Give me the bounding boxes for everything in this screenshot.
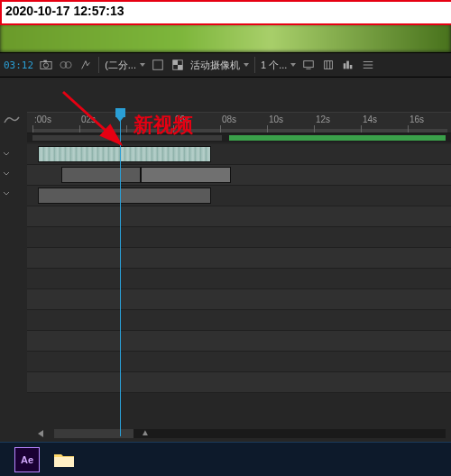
svg-point-1	[44, 63, 49, 68]
zoom-handle[interactable]	[54, 429, 133, 438]
annotation-arrow	[54, 87, 135, 155]
row-expand-chevron[interactable]	[2, 144, 11, 164]
track-row[interactable]	[27, 186, 451, 206]
current-time-display[interactable]: 03:12	[4, 60, 33, 71]
exposure-icon[interactable]	[78, 58, 93, 72]
track-row-empty[interactable]	[27, 227, 451, 248]
composition-preview-strip	[0, 23, 451, 52]
svg-rect-11	[344, 63, 346, 69]
chevron-down-icon	[290, 63, 296, 67]
ruler-tick-label: 16s	[410, 114, 424, 124]
transparency-grid-icon[interactable]	[170, 58, 185, 72]
taskbar-app-aftereffects[interactable]: Ae	[14, 447, 40, 472]
taskbar-app-explorer[interactable]	[52, 450, 76, 470]
track-row-empty[interactable]	[27, 331, 451, 352]
track-row-empty[interactable]	[27, 372, 451, 393]
active-camera-dropdown[interactable]: 活动摄像机	[190, 59, 249, 72]
separator	[254, 57, 255, 73]
svg-rect-2	[44, 60, 48, 62]
track-row-empty[interactable]	[27, 206, 451, 227]
pixel-aspect-icon[interactable]	[321, 58, 336, 72]
separator	[98, 57, 99, 73]
ruler-tick-label: 08s	[222, 114, 236, 124]
preview-toolbar: 03:12 (二分... 活动摄像机 1 个...	[0, 52, 451, 78]
camera-label: 活动摄像机	[190, 59, 240, 72]
ruler-tick-label: 14s	[363, 114, 377, 124]
svg-rect-15	[54, 457, 74, 467]
clip[interactable]	[38, 188, 211, 204]
clip[interactable]	[61, 167, 141, 183]
track-row-empty[interactable]	[27, 269, 451, 289]
timeline-icon[interactable]	[361, 58, 375, 72]
svg-rect-13	[350, 65, 353, 69]
svg-rect-8	[178, 65, 182, 69]
svg-line-14	[63, 92, 121, 144]
shy-icon[interactable]	[4, 114, 20, 126]
windows-taskbar: Ae	[0, 442, 451, 476]
tracks-area[interactable]	[27, 144, 451, 393]
annotation-text: 新视频	[133, 112, 193, 139]
timeline-left-gutter	[0, 78, 27, 442]
clip[interactable]	[141, 167, 231, 183]
zoom-out-icon[interactable]: ▲	[141, 427, 150, 437]
resolution-label: (二分...	[105, 59, 136, 72]
ae-label: Ae	[21, 454, 33, 465]
chevron-down-icon	[140, 63, 145, 67]
ruler-tick-label: :00s	[34, 114, 51, 124]
row-expand-chevron[interactable]	[2, 164, 11, 184]
current-time-indicator[interactable]	[120, 112, 121, 436]
svg-rect-12	[347, 61, 350, 69]
chevron-down-icon	[244, 63, 249, 67]
svg-rect-9	[304, 61, 314, 68]
svg-rect-7	[173, 60, 178, 65]
share-view-icon[interactable]	[301, 58, 316, 72]
zoom-slider[interactable]: ▲	[54, 429, 446, 438]
ruler-tick-label: 12s	[316, 114, 330, 124]
timestamp-text: 2020-10-17 12:57:13	[5, 4, 124, 18]
navigator-preview-range	[229, 135, 446, 141]
row-expand-chevron[interactable]	[2, 184, 11, 204]
snapshot-icon[interactable]	[39, 58, 53, 72]
resolution-dropdown[interactable]: (二分...	[105, 59, 145, 72]
track-row[interactable]	[27, 165, 451, 186]
views-label: 1 个...	[261, 59, 287, 72]
zoom-in-icon[interactable]	[38, 430, 43, 437]
channels-icon[interactable]	[59, 58, 73, 72]
roi-icon[interactable]	[151, 58, 165, 72]
track-row-empty[interactable]	[27, 310, 451, 331]
svg-rect-5	[153, 60, 163, 70]
ruler-tick-label: 10s	[269, 114, 283, 124]
track-row-empty[interactable]	[27, 352, 451, 372]
svg-point-4	[65, 62, 71, 69]
views-dropdown[interactable]: 1 个...	[261, 59, 296, 72]
timestamp-overlay: 2020-10-17 12:57:13	[0, 0, 451, 25]
svg-rect-10	[325, 61, 333, 69]
track-row-empty[interactable]	[27, 248, 451, 269]
track-row-empty[interactable]	[27, 289, 451, 310]
fast-previews-icon[interactable]	[341, 58, 355, 72]
